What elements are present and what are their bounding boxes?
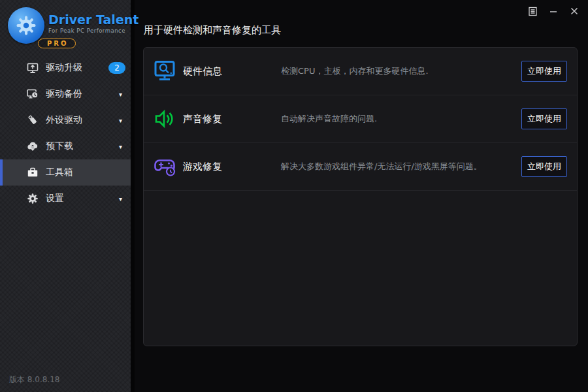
monitor-upload-icon [26, 61, 41, 74]
sidebar-item-peripheral-drivers[interactable]: 外设驱动 ▾ [0, 107, 131, 133]
monitor-search-icon [153, 59, 176, 84]
chevron-down-icon: ▾ [119, 117, 122, 124]
tool-description: 解决大多数游戏组件异常/无法运行/游戏黑屏等问题。 [281, 161, 521, 172]
logo-gear-icon [8, 7, 44, 44]
tool-name: 声音修复 [183, 113, 281, 125]
page-title: 用于硬件检测和声音修复的工具 [144, 24, 281, 37]
cloud-download-icon [26, 140, 41, 153]
menu-icon[interactable] [527, 5, 538, 17]
tool-name: 硬件信息 [183, 65, 281, 78]
use-now-button[interactable]: 立即使用 [521, 108, 567, 129]
pro-badge: PRO [38, 39, 76, 48]
app-logo: Driver Talent For Peak PC Performance PR… [7, 6, 127, 48]
sidebar-item-label: 驱动升级 [46, 62, 82, 74]
sidebar-item-label: 外设驱动 [46, 114, 82, 126]
tool-row-game-repair: 游戏修复 解决大多数游戏组件异常/无法运行/游戏黑屏等问题。 立即使用 [144, 143, 577, 191]
sidebar-item-label: 设置 [46, 193, 64, 204]
sidebar-item-predownload[interactable]: 预下载 ▾ [0, 133, 131, 159]
use-now-button[interactable]: 立即使用 [521, 61, 567, 82]
sidebar-item-driver-upgrade[interactable]: 驱动升级 2 [0, 55, 131, 81]
chevron-down-icon: ▾ [119, 91, 122, 98]
tool-row-sound-repair: 声音修复 自动解决声音故障的问题. 立即使用 [144, 95, 577, 143]
gear-icon [26, 192, 41, 205]
app-subtitle: For Peak PC Performance [48, 27, 139, 34]
tool-name: 游戏修复 [183, 161, 281, 173]
tool-row-hardware-info: 硬件信息 检测CPU，主板，内存和更多硬件信息. 立即使用 [144, 48, 577, 95]
sidebar-menu: 驱动升级 2 驱动备份 ▾ [0, 55, 131, 212]
close-icon[interactable] [568, 5, 580, 17]
sidebar-item-toolbox[interactable]: 工具箱 [0, 159, 131, 186]
sidebar-item-label: 预下载 [46, 140, 73, 152]
monitor-clock-icon [26, 88, 41, 101]
version-label: 版本 8.0.8.18 [9, 374, 59, 385]
sidebar: Driver Talent For Peak PC Performance PR… [0, 0, 131, 392]
gamepad-clock-icon [153, 154, 176, 179]
window-controls [527, 5, 580, 17]
minimize-icon[interactable] [547, 5, 559, 17]
update-count-badge: 2 [108, 62, 125, 74]
sidebar-item-label: 工具箱 [46, 167, 73, 178]
tool-description: 自动解决声音故障的问题. [281, 113, 521, 125]
sidebar-item-settings[interactable]: 设置 ▾ [0, 186, 131, 212]
tool-description: 检测CPU，主板，内存和更多硬件信息. [281, 65, 521, 77]
toolbox-icon [26, 166, 41, 179]
sidebar-item-driver-backup[interactable]: 驱动备份 ▾ [0, 81, 131, 107]
usb-drive-icon [26, 114, 41, 127]
chevron-down-icon: ▾ [119, 143, 122, 150]
use-now-button[interactable]: 立即使用 [521, 156, 567, 177]
speaker-icon [153, 106, 176, 131]
chevron-down-icon: ▾ [119, 195, 122, 203]
main-area: 用于硬件检测和声音修复的工具 硬件信息 检测CPU，主板，内存和更多硬件信息. … [131, 0, 588, 392]
sidebar-item-label: 驱动备份 [46, 88, 82, 100]
tools-panel: 硬件信息 检测CPU，主板，内存和更多硬件信息. 立即使用 声音修复 自动解决声… [143, 47, 578, 346]
app-title: Driver Talent [48, 13, 139, 26]
